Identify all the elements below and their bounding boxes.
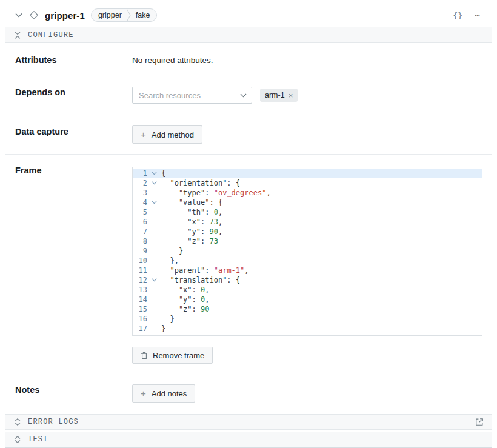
code-text: "z": 90 [161,304,482,314]
error-logs-section-header[interactable]: ERROR LOGS [5,414,492,430]
code-line[interactable]: 14 "y": 0, [133,295,482,304]
badge-model: fake [136,11,150,19]
open-external-icon[interactable] [475,418,484,426]
frame-row: Frame 1{2 "orientation": {3 "type": "ov_… [5,155,492,375]
code-text: "y": 0, [161,295,482,304]
code-text: }, [161,256,482,266]
depends-on-label: Depends on [15,76,132,115]
component-type-badges: gripper fake [91,8,158,22]
frame-label: Frame [15,155,132,375]
depends-on-select [132,87,252,104]
configure-section-label: CONFIGURE [28,31,74,39]
code-line[interactable]: 12 "translation": { [133,275,482,285]
code-line[interactable]: 1{ [133,169,482,178]
code-line[interactable]: 3 "type": "ov_degrees", [133,188,482,198]
fold-chevron-icon[interactable] [152,201,157,204]
component-title: gripper-1 [45,10,85,21]
collapse-section-icon [15,32,21,39]
line-number: 15 [133,304,147,314]
data-capture-label: Data capture [15,115,132,154]
code-line[interactable]: 17} [133,324,482,333]
trash-icon [141,352,148,359]
line-number: 13 [133,285,147,295]
notes-label: Notes [15,375,132,412]
code-text: { [161,169,482,178]
add-method-button[interactable]: + Add method [132,125,202,144]
line-number: 10 [133,256,147,266]
frame-json-editor[interactable]: 1{2 "orientation": {3 "type": "ov_degree… [132,167,482,336]
line-number: 12 [133,275,147,285]
remove-frame-button[interactable]: Remove frame [132,347,213,364]
search-resources-input[interactable] [132,87,252,104]
collapse-card-button[interactable] [13,10,24,21]
code-line[interactable]: 2 "orientation": { [133,178,482,188]
code-text: "orientation": { [161,178,482,188]
code-line[interactable]: 16 } [133,314,482,324]
dependency-chip-label: arm-1 [265,91,285,99]
code-line[interactable]: 11 "parent": "arm-1", [133,266,482,275]
line-number: 5 [133,207,147,217]
component-card: gripper-1 gripper fake {} ⋯ CONFIGURE At… [5,5,492,448]
line-number: 4 [133,198,147,207]
attributes-label: Attributes [15,43,132,76]
badge-type: gripper [98,11,122,19]
code-line[interactable]: 4 "value": { [133,198,482,207]
attributes-row: Attributes No required attributes. [5,43,492,76]
line-number: 8 [133,236,147,246]
fold-chevron-icon[interactable] [152,181,157,185]
component-diamond-icon [29,10,39,20]
code-line[interactable]: 13 "x": 0, [133,285,482,295]
plus-icon: + [141,129,146,139]
depends-on-row: Depends on arm-1 × [5,76,492,115]
line-number: 14 [133,295,147,304]
json-mode-toggle-button[interactable]: {} [450,10,465,21]
line-number: 17 [133,324,147,333]
data-capture-row: Data capture + Add method [5,115,492,155]
code-line[interactable]: 9 } [133,246,482,256]
code-text: } [161,314,482,324]
expand-section-icon [15,436,21,443]
line-number: 9 [133,246,147,256]
code-text: "z": 73 [161,236,482,246]
configure-section-header[interactable]: CONFIGURE [5,27,492,43]
plus-icon: + [141,388,146,398]
test-section-header[interactable]: TEST [5,432,492,447]
badge-separator-chevron-icon [127,9,131,21]
code-line[interactable]: 10 }, [133,256,482,266]
code-line[interactable]: 15 "z": 90 [133,304,482,314]
expand-section-icon [15,418,21,426]
line-number: 1 [133,169,147,178]
line-number: 3 [133,188,147,198]
line-number: 6 [133,217,147,227]
code-line[interactable]: 7 "y": 90, [133,227,482,236]
code-text: "translation": { [161,275,482,285]
code-lines: 1{2 "orientation": {3 "type": "ov_degree… [133,169,482,333]
code-text: } [161,324,482,333]
code-text: "value": { [161,198,482,207]
code-line[interactable]: 5 "th": 0, [133,207,482,217]
code-text: "type": "ov_degrees", [161,188,482,198]
code-text: "parent": "arm-1", [161,266,482,275]
code-text: "th": 0, [161,207,482,217]
code-text: "x": 0, [161,285,482,295]
fold-chevron-icon[interactable] [152,172,157,175]
more-options-button[interactable]: ⋯ [472,8,483,22]
line-number: 16 [133,314,147,324]
component-header: gripper-1 gripper fake {} ⋯ [5,5,492,25]
dependency-chip: arm-1 × [260,89,298,102]
remove-dependency-icon[interactable]: × [289,92,293,99]
line-number: 2 [133,178,147,188]
fold-chevron-icon[interactable] [152,278,157,282]
code-line[interactable]: 6 "x": 73, [133,217,482,227]
error-logs-section-label: ERROR LOGS [28,418,79,426]
add-notes-button[interactable]: + Add notes [132,384,195,403]
test-section-label: TEST [28,435,48,444]
code-line[interactable]: 8 "z": 73 [133,236,482,246]
notes-row: Notes + Add notes [5,375,492,412]
line-number: 11 [133,266,147,275]
attributes-value: No required attributes. [132,43,492,76]
code-text: } [161,246,482,256]
code-text: "y": 90, [161,227,482,236]
chevron-down-icon [15,13,22,18]
line-number: 7 [133,227,147,236]
